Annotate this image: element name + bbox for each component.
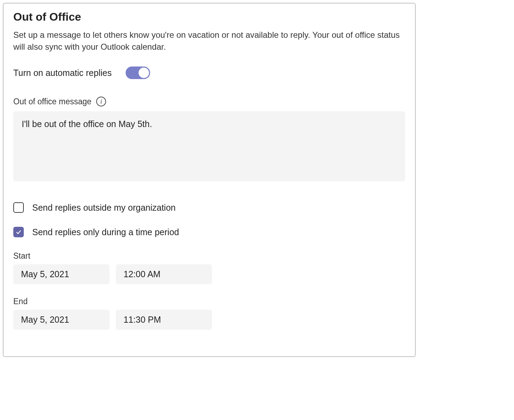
time-period-checkbox[interactable]	[13, 227, 24, 237]
toggle-knob	[139, 68, 149, 78]
out-of-office-message-input[interactable]: I'll be out of the office on May 5th.	[13, 111, 405, 181]
info-icon[interactable]: i	[96, 97, 106, 106]
panel-title: Out of Office	[13, 10, 405, 23]
message-label: Out of office message	[13, 97, 91, 106]
automatic-replies-toggle-row: Turn on automatic replies	[13, 66, 405, 79]
outside-org-checkbox-row: Send replies outside my organization	[13, 202, 405, 213]
time-period-checkbox-row: Send replies only during a time period	[13, 227, 405, 237]
time-period-label: Send replies only during a time period	[32, 227, 179, 237]
start-time-picker[interactable]: 12:00 AM	[116, 264, 212, 284]
message-label-row: Out of office message i	[13, 97, 405, 106]
outside-org-checkbox[interactable]	[13, 202, 24, 213]
automatic-replies-label: Turn on automatic replies	[13, 68, 112, 78]
out-of-office-panel: Out of Office Set up a message to let ot…	[3, 3, 416, 357]
end-date-picker[interactable]: May 5, 2021	[13, 310, 110, 330]
start-date-picker[interactable]: May 5, 2021	[13, 264, 110, 284]
end-time-picker[interactable]: 11:30 PM	[116, 310, 212, 330]
check-icon	[15, 229, 22, 235]
panel-description: Set up a message to let others know you'…	[13, 29, 405, 52]
start-picker-row: May 5, 2021 12:00 AM	[13, 264, 405, 284]
start-label: Start	[13, 251, 405, 261]
end-picker-row: May 5, 2021 11:30 PM	[13, 310, 405, 330]
outside-org-label: Send replies outside my organization	[32, 203, 176, 213]
automatic-replies-toggle[interactable]	[126, 66, 150, 79]
end-label: End	[13, 297, 405, 306]
time-period-section: Start May 5, 2021 12:00 AM End May 5, 20…	[13, 251, 405, 330]
